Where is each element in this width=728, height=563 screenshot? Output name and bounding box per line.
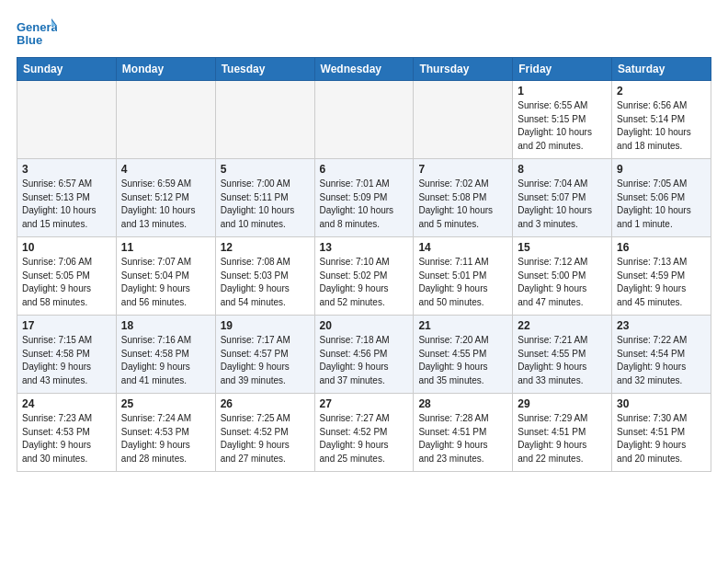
day-number: 7: [418, 163, 507, 176]
day-number: 21: [418, 319, 507, 332]
calendar-cell: 24Sunrise: 7:23 AM Sunset: 4:53 PM Dayli…: [17, 394, 117, 472]
calendar-cell: 22Sunrise: 7:21 AM Sunset: 4:55 PM Dayli…: [513, 316, 612, 394]
calendar-cell: 8Sunrise: 7:04 AM Sunset: 5:07 PM Daylig…: [513, 159, 612, 237]
calendar-table: SundayMondayTuesdayWednesdayThursdayFrid…: [17, 57, 711, 472]
day-info: Sunrise: 6:55 AM Sunset: 5:15 PM Dayligh…: [518, 99, 607, 153]
day-info: Sunrise: 7:10 AM Sunset: 5:02 PM Dayligh…: [320, 256, 409, 309]
day-number: 14: [418, 241, 507, 254]
col-header-saturday: Saturday: [612, 58, 711, 81]
day-number: 22: [518, 319, 607, 332]
day-number: 3: [22, 163, 111, 176]
calendar-cell: 28Sunrise: 7:28 AM Sunset: 4:51 PM Dayli…: [414, 394, 513, 472]
day-info: Sunrise: 7:01 AM Sunset: 5:09 PM Dayligh…: [320, 178, 409, 231]
day-number: 5: [221, 163, 310, 176]
day-number: 1: [518, 85, 607, 98]
day-info: Sunrise: 7:25 AM Sunset: 4:52 PM Dayligh…: [221, 412, 310, 465]
day-number: 29: [518, 397, 607, 410]
calendar-week-5: 24Sunrise: 7:23 AM Sunset: 4:53 PM Dayli…: [17, 394, 711, 472]
day-info: Sunrise: 7:17 AM Sunset: 4:57 PM Dayligh…: [221, 334, 310, 387]
calendar-cell: [314, 81, 414, 159]
col-header-friday: Friday: [513, 58, 612, 81]
day-info: Sunrise: 7:21 AM Sunset: 4:55 PM Dayligh…: [518, 334, 607, 387]
calendar-cell: [17, 81, 117, 159]
calendar-cell: 12Sunrise: 7:08 AM Sunset: 5:03 PM Dayli…: [215, 237, 314, 316]
day-number: 4: [121, 163, 210, 176]
calendar-cell: 4Sunrise: 6:59 AM Sunset: 5:12 PM Daylig…: [116, 159, 215, 237]
day-number: 10: [22, 241, 111, 254]
calendar-cell: 2Sunrise: 6:56 AM Sunset: 5:14 PM Daylig…: [612, 81, 711, 159]
day-info: Sunrise: 7:08 AM Sunset: 5:03 PM Dayligh…: [221, 256, 310, 309]
day-number: 26: [221, 397, 310, 410]
day-info: Sunrise: 7:06 AM Sunset: 5:05 PM Dayligh…: [22, 256, 111, 309]
day-info: Sunrise: 7:18 AM Sunset: 4:56 PM Dayligh…: [320, 334, 409, 387]
calendar-cell: 19Sunrise: 7:17 AM Sunset: 4:57 PM Dayli…: [215, 316, 314, 394]
day-info: Sunrise: 7:04 AM Sunset: 5:07 PM Dayligh…: [518, 178, 607, 231]
calendar-cell: 23Sunrise: 7:22 AM Sunset: 4:54 PM Dayli…: [612, 316, 711, 394]
day-info: Sunrise: 7:15 AM Sunset: 4:58 PM Dayligh…: [22, 334, 111, 387]
calendar-cell: 29Sunrise: 7:29 AM Sunset: 4:51 PM Dayli…: [513, 394, 612, 472]
day-info: Sunrise: 7:05 AM Sunset: 5:06 PM Dayligh…: [617, 178, 706, 231]
calendar-cell: 17Sunrise: 7:15 AM Sunset: 4:58 PM Dayli…: [17, 316, 117, 394]
day-number: 28: [418, 397, 507, 410]
calendar-cell: 20Sunrise: 7:18 AM Sunset: 4:56 PM Dayli…: [314, 316, 414, 394]
day-info: Sunrise: 7:24 AM Sunset: 4:53 PM Dayligh…: [121, 412, 210, 465]
calendar-cell: 15Sunrise: 7:12 AM Sunset: 5:00 PM Dayli…: [513, 237, 612, 316]
col-header-wednesday: Wednesday: [314, 58, 414, 81]
day-number: 18: [121, 319, 210, 332]
day-info: Sunrise: 7:07 AM Sunset: 5:04 PM Dayligh…: [121, 256, 210, 309]
calendar-week-2: 3Sunrise: 6:57 AM Sunset: 5:13 PM Daylig…: [17, 159, 711, 237]
day-number: 6: [320, 163, 409, 176]
day-number: 8: [518, 163, 607, 176]
calendar-cell: 16Sunrise: 7:13 AM Sunset: 4:59 PM Dayli…: [612, 237, 711, 316]
day-info: Sunrise: 7:27 AM Sunset: 4:52 PM Dayligh…: [320, 412, 409, 465]
day-number: 23: [617, 319, 706, 332]
day-info: Sunrise: 7:13 AM Sunset: 4:59 PM Dayligh…: [617, 256, 706, 309]
calendar-cell: [414, 81, 513, 159]
day-info: Sunrise: 7:00 AM Sunset: 5:11 PM Dayligh…: [221, 178, 310, 231]
svg-text:General: General: [17, 20, 57, 34]
calendar-cell: 9Sunrise: 7:05 AM Sunset: 5:06 PM Daylig…: [612, 159, 711, 237]
day-number: 25: [121, 397, 210, 410]
day-info: Sunrise: 6:59 AM Sunset: 5:12 PM Dayligh…: [121, 178, 210, 231]
day-info: Sunrise: 6:57 AM Sunset: 5:13 PM Dayligh…: [22, 178, 111, 231]
day-info: Sunrise: 7:20 AM Sunset: 4:55 PM Dayligh…: [418, 334, 507, 387]
day-number: 20: [320, 319, 409, 332]
calendar-cell: 18Sunrise: 7:16 AM Sunset: 4:58 PM Dayli…: [116, 316, 215, 394]
calendar-cell: 5Sunrise: 7:00 AM Sunset: 5:11 PM Daylig…: [215, 159, 314, 237]
calendar-cell: 10Sunrise: 7:06 AM Sunset: 5:05 PM Dayli…: [17, 237, 117, 316]
calendar-cell: 21Sunrise: 7:20 AM Sunset: 4:55 PM Dayli…: [414, 316, 513, 394]
day-number: 2: [617, 85, 706, 98]
day-info: Sunrise: 7:16 AM Sunset: 4:58 PM Dayligh…: [121, 334, 210, 387]
calendar-week-4: 17Sunrise: 7:15 AM Sunset: 4:58 PM Dayli…: [17, 316, 711, 394]
day-number: 11: [121, 241, 210, 254]
day-number: 15: [518, 241, 607, 254]
day-info: Sunrise: 6:56 AM Sunset: 5:14 PM Dayligh…: [617, 99, 706, 153]
calendar-header-row: SundayMondayTuesdayWednesdayThursdayFrid…: [17, 58, 711, 81]
calendar-cell: 14Sunrise: 7:11 AM Sunset: 5:01 PM Dayli…: [414, 237, 513, 316]
page: General Blue SundayMondayTuesdayWednesda…: [0, 0, 728, 563]
calendar-cell: 30Sunrise: 7:30 AM Sunset: 4:51 PM Dayli…: [612, 394, 711, 472]
calendar-cell: [215, 81, 314, 159]
day-info: Sunrise: 7:02 AM Sunset: 5:08 PM Dayligh…: [418, 178, 507, 231]
calendar-cell: 26Sunrise: 7:25 AM Sunset: 4:52 PM Dayli…: [215, 394, 314, 472]
day-info: Sunrise: 7:30 AM Sunset: 4:51 PM Dayligh…: [617, 412, 706, 465]
day-number: 13: [320, 241, 409, 254]
day-number: 17: [22, 319, 111, 332]
calendar-cell: 27Sunrise: 7:27 AM Sunset: 4:52 PM Dayli…: [314, 394, 414, 472]
col-header-monday: Monday: [116, 58, 215, 81]
col-header-thursday: Thursday: [414, 58, 513, 81]
day-info: Sunrise: 7:23 AM Sunset: 4:53 PM Dayligh…: [22, 412, 111, 465]
calendar-cell: [116, 81, 215, 159]
calendar-cell: 7Sunrise: 7:02 AM Sunset: 5:08 PM Daylig…: [414, 159, 513, 237]
day-number: 27: [320, 397, 409, 410]
calendar-cell: 13Sunrise: 7:10 AM Sunset: 5:02 PM Dayli…: [314, 237, 414, 316]
calendar-cell: 1Sunrise: 6:55 AM Sunset: 5:15 PM Daylig…: [513, 81, 612, 159]
calendar-week-1: 1Sunrise: 6:55 AM Sunset: 5:15 PM Daylig…: [17, 81, 711, 159]
svg-text:Blue: Blue: [17, 33, 42, 47]
calendar-cell: 11Sunrise: 7:07 AM Sunset: 5:04 PM Dayli…: [116, 237, 215, 316]
day-number: 30: [617, 397, 706, 410]
day-number: 12: [221, 241, 310, 254]
calendar-cell: 3Sunrise: 6:57 AM Sunset: 5:13 PM Daylig…: [17, 159, 117, 237]
day-info: Sunrise: 7:12 AM Sunset: 5:00 PM Dayligh…: [518, 256, 607, 309]
col-header-sunday: Sunday: [17, 58, 117, 81]
